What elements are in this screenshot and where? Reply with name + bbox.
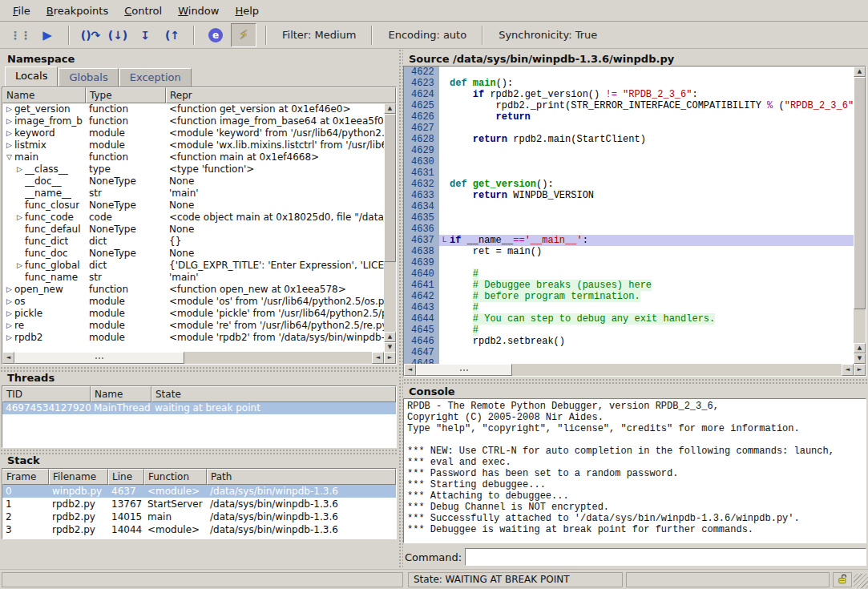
line-number[interactable]: 4645 xyxy=(404,325,439,336)
scrollbar-thumb[interactable] xyxy=(416,364,512,376)
source-line[interactable]: 4636 xyxy=(404,224,854,235)
source-line[interactable]: 4643 # xyxy=(404,302,854,313)
expander-icon[interactable]: ▷ xyxy=(14,260,25,272)
stack-column-filename[interactable]: Filename xyxy=(49,469,108,485)
threads-column-state[interactable]: State xyxy=(151,386,396,402)
table-row[interactable]: ▷remodule<module 're' from '/usr/lib64/p… xyxy=(2,320,396,332)
namespace-column-type[interactable]: Type xyxy=(86,87,166,103)
source-line[interactable]: 4633 return WINPDB_VERSION xyxy=(404,190,854,201)
step-into-button[interactable]: (↓) xyxy=(106,24,130,46)
table-row[interactable]: ▷keywordmodule<module 'keyword' from '/u… xyxy=(2,127,396,139)
table-row[interactable]: ▷picklemodule<module 'pickle' from '/usr… xyxy=(2,308,396,320)
source-line[interactable]: 4627 xyxy=(404,123,854,134)
menu-breakpoints[interactable]: Breakpoints xyxy=(38,2,116,19)
scroll-left-icon[interactable]: ◄ xyxy=(842,364,854,376)
line-number[interactable]: 4643 xyxy=(404,302,439,313)
step-over-button[interactable]: ()↷ xyxy=(79,24,103,46)
table-row[interactable]: ▷osmodule<module 'os' from '/usr/lib64/p… xyxy=(2,296,396,308)
table-row[interactable]: __name__str'main' xyxy=(2,188,396,200)
scrollbar-thumb[interactable] xyxy=(14,352,184,364)
expander-icon[interactable]: ▷ xyxy=(4,284,14,296)
namespace-vertical-scrollbar[interactable]: ▲ ▲ ▼ xyxy=(384,103,396,353)
table-row[interactable]: func_defaulNoneTypeNone xyxy=(2,224,396,236)
line-number[interactable]: 4631 xyxy=(404,167,439,179)
tab-exception[interactable]: Exception xyxy=(119,68,192,87)
table-row[interactable]: ▽mainfunction<function main at 0x1ef4668… xyxy=(2,151,396,163)
horizontal-sash[interactable] xyxy=(0,449,398,454)
source-line[interactable]: 4645 # xyxy=(404,325,854,336)
source-line[interactable]: 4644 # You can step to debug any exit ha… xyxy=(404,313,854,325)
scroll-up-icon[interactable]: ▲ xyxy=(384,103,396,114)
stack-frame-row[interactable]: 3rpdb2.py14044<module>/data/sys/bin/winp… xyxy=(2,523,396,536)
horizontal-sash[interactable] xyxy=(403,378,868,384)
source-line[interactable]: 4637Lif __name__=='__main__': xyxy=(404,235,854,246)
line-number[interactable]: 4644 xyxy=(404,313,439,325)
table-row[interactable]: func_closurNoneTypeNone xyxy=(2,200,396,212)
thread-row[interactable]: 46974534127920MainThreadwaiting at break… xyxy=(2,402,396,414)
line-number[interactable]: 4633 xyxy=(404,190,439,201)
namespace-column-name[interactable]: Name xyxy=(2,87,86,103)
menu-window[interactable]: Window xyxy=(170,2,227,19)
synchronicity-button[interactable]: ⚡ xyxy=(231,23,256,47)
expander-icon[interactable]: ▷ xyxy=(4,127,14,139)
source-vertical-scrollbar[interactable]: ▲ ▲ ▼ xyxy=(854,67,866,364)
source-line[interactable]: 4623def main(): xyxy=(404,78,854,89)
table-row[interactable]: ▷func_globaldict{'DLG_EXPR_TITLE': 'Ente… xyxy=(2,260,396,272)
stack-column-function[interactable]: Function xyxy=(144,469,207,485)
source-line[interactable]: 4635 xyxy=(404,212,854,224)
line-number[interactable]: 4624 xyxy=(404,89,439,100)
stack-frame-row[interactable]: 2rpdb2.py14015main/data/sys/bin/winpdb-1… xyxy=(2,510,396,523)
table-row[interactable]: ▷rpdb2module<module 'rpdb2' from '/data/… xyxy=(2,332,396,344)
line-number[interactable]: 4626 xyxy=(404,111,439,123)
namespace-column-repr[interactable]: Repr xyxy=(166,87,396,103)
command-input[interactable] xyxy=(465,548,866,566)
line-number[interactable]: 4640 xyxy=(404,268,439,280)
source-line[interactable]: 4632def get_version(): xyxy=(404,179,854,190)
source-line[interactable]: 4624 if rpdb2.get_version() != "RPDB_2_3… xyxy=(404,89,854,100)
menu-file[interactable]: File xyxy=(5,2,38,19)
stack-frame-row[interactable]: 1rpdb2.py13767StartServer/data/sys/bin/w… xyxy=(2,498,396,510)
line-number[interactable]: 4648 xyxy=(404,358,439,364)
scrollbar-thumb[interactable] xyxy=(854,77,866,309)
source-line[interactable]: 4641 # Debuggee breaks (pauses) here xyxy=(404,280,854,291)
scroll-down-icon[interactable]: ▼ xyxy=(854,353,866,364)
expander-icon[interactable]: ▽ xyxy=(4,151,14,163)
line-number[interactable]: 4639 xyxy=(404,257,439,268)
line-number[interactable]: 4641 xyxy=(404,280,439,291)
stack-column-path[interactable]: Path xyxy=(207,469,396,485)
expander-icon[interactable]: ▷ xyxy=(14,163,25,175)
stack-column-line[interactable]: Line xyxy=(108,469,144,485)
stack-column-frame[interactable]: Frame xyxy=(2,469,49,485)
line-number[interactable]: 4646 xyxy=(404,336,439,347)
source-line[interactable]: 4631 xyxy=(404,167,854,179)
source-line[interactable]: 4639 xyxy=(404,257,854,268)
expander-icon[interactable]: ▷ xyxy=(14,212,25,224)
scroll-left-icon[interactable]: ◄ xyxy=(2,352,14,364)
go-button[interactable]: ▶ xyxy=(35,24,59,46)
scroll-right-icon[interactable]: ► xyxy=(854,364,866,376)
table-row[interactable]: func_docNoneTypeNone xyxy=(2,248,396,260)
expander-icon[interactable]: ▷ xyxy=(4,296,14,308)
source-line[interactable]: 4642 # before program termination. xyxy=(404,291,854,302)
resize-grip[interactable] xyxy=(854,574,868,588)
stack-frame-row[interactable]: 0winpdb.py4637<module>/data/sys/bin/winp… xyxy=(2,485,396,498)
tab-locals[interactable]: Locals xyxy=(5,67,58,87)
expander-icon[interactable]: ▷ xyxy=(4,320,14,332)
scrollbar-thumb[interactable] xyxy=(384,114,396,262)
break-button[interactable]: ⋮⋮ xyxy=(8,24,32,46)
threads-column-tid[interactable]: TID xyxy=(2,386,91,402)
expander-icon[interactable]: ▷ xyxy=(4,115,14,127)
line-number[interactable]: 4628 xyxy=(404,134,439,145)
source-line[interactable]: 4638 ret = main() xyxy=(404,246,854,257)
tab-globals[interactable]: Globals xyxy=(59,68,118,87)
line-number[interactable]: 4632 xyxy=(404,179,439,190)
scroll-right-icon[interactable]: ► xyxy=(384,352,396,364)
scroll-up-icon[interactable]: ▲ xyxy=(854,343,866,353)
expander-icon[interactable]: ▷ xyxy=(4,332,14,344)
table-row[interactable]: __doc__NoneTypeNone xyxy=(2,175,396,188)
source-horizontal-scrollbar[interactable]: ◄ ◄ ► xyxy=(404,364,866,376)
threads-column-name[interactable]: Name xyxy=(91,386,151,402)
menu-help[interactable]: Help xyxy=(227,2,267,19)
next-button[interactable]: ↧ xyxy=(133,24,157,46)
line-number[interactable]: 4647 xyxy=(404,347,439,358)
